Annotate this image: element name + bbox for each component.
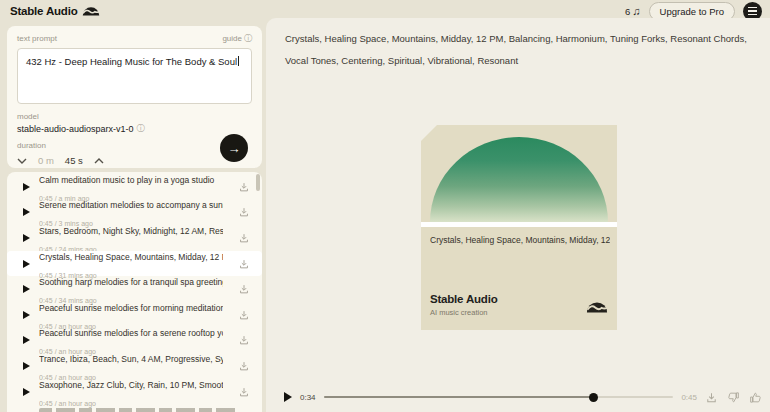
thumbs-down-button[interactable] [727,391,740,404]
play-icon[interactable] [23,285,30,293]
download-button[interactable] [238,309,250,321]
play-icon[interactable] [23,208,30,216]
track-title: Calm meditation music to play in a yoga … [39,175,214,185]
model-info-icon: ⓘ [137,125,145,133]
guide-label: guide [222,34,242,43]
seek-bar[interactable] [324,396,674,398]
stable-audio-logo-icon [586,299,608,317]
seek-bar-played [324,396,593,398]
prompt-text: 432 Hz - Deep Healing Music for The Body… [26,56,237,67]
download-button[interactable] [238,206,250,218]
play-icon[interactable] [23,388,30,396]
duration-seconds-value[interactable]: 45 s [65,155,83,166]
duration-decrease-button[interactable] [17,158,27,164]
audio-player-bar: 0:34 0:45 [284,389,762,405]
player-play-button[interactable] [284,392,292,402]
track-title: Stars, Bedroom, Night Sky, Midnight, 12 … [39,226,223,236]
duration-increase-button[interactable] [94,158,104,164]
player-download-button[interactable] [705,391,718,404]
prompt-composer-panel: text prompt guide ⓘ 432 Hz - Deep Healin… [7,26,262,168]
track-title: Soothing harp melodies for a tranquil sp… [39,277,223,287]
play-icon[interactable] [23,362,30,370]
generate-submit-button[interactable]: → [220,134,248,162]
download-button[interactable] [238,181,250,193]
duration-minutes-value[interactable]: 0 m [38,155,54,166]
clipped-track-title [39,408,239,412]
track-title: Peaceful sunrise melodies for morning me… [39,303,223,313]
music-note-icon: ♫ [632,6,640,17]
text-prompt-label: text prompt [17,34,57,43]
list-item[interactable]: Saxophone, Jazz Club, City, Rain, 10 PM,… [7,379,262,405]
brand[interactable]: Stable Audio [10,2,100,20]
download-button[interactable] [238,386,250,398]
arrow-right-icon: → [228,141,241,156]
artwork-brand-name: Stable Audio [430,293,497,305]
download-button[interactable] [238,232,250,244]
download-button[interactable] [238,258,250,270]
model-value: stable-audio-audiosparx-v1-0 [17,124,134,134]
thumbs-up-button[interactable] [749,391,762,404]
selected-track-full-prompt: Crystals, Healing Space, Mountains, Midd… [285,28,759,72]
generation-history-list: Calm meditation music to play in a yoga … [7,172,262,412]
green-dome-graphic [430,137,608,222]
download-button[interactable] [238,334,250,346]
main-content-panel: Crystals, Healing Space, Mountains, Midd… [266,18,770,412]
credits-counter: 6 ♫ [625,6,641,17]
list-item-partial[interactable] [7,403,262,412]
track-title: Crystals, Healing Space, Mountains, Midd… [39,252,223,262]
prompt-textarea[interactable]: 432 Hz - Deep Healing Music for The Body… [17,48,252,104]
album-artwork-card: Crystals, Healing Space, Mountains, Midd… [421,125,617,330]
total-time: 0:45 [681,393,697,402]
artwork-track-title: Crystals, Healing Space, Mountains, Midd… [430,235,610,245]
play-icon[interactable] [23,336,30,344]
play-icon[interactable] [23,311,30,319]
duration-label: duration [17,141,252,150]
brand-name: Stable Audio [10,5,77,17]
download-button[interactable] [238,283,250,295]
download-button[interactable] [238,360,250,372]
dome-baseline [421,222,617,227]
track-title: Peaceful sunrise melodies for a serene r… [39,328,223,338]
track-title: Trance, Ibiza, Beach, Sun, 4 AM, Progres… [39,354,223,364]
info-icon: ⓘ [244,35,252,43]
play-icon[interactable] [23,234,30,242]
track-title: Saxophone, Jazz Club, City, Rain, 10 PM,… [39,380,223,390]
model-label: model [17,112,252,121]
current-time: 0:34 [300,393,316,402]
play-icon[interactable] [23,260,30,268]
credits-count: 6 [625,6,630,17]
stable-audio-logo-icon [82,2,100,20]
history-scrollbar-thumb[interactable] [256,174,260,191]
track-title: Serene meditation melodies to accompany … [39,200,223,210]
artwork-tagline: AI music creation [430,308,488,317]
guide-link[interactable]: guide ⓘ [222,34,252,43]
text-cursor [238,56,239,66]
play-icon[interactable] [23,183,30,191]
seek-bar-knob[interactable] [589,393,598,402]
